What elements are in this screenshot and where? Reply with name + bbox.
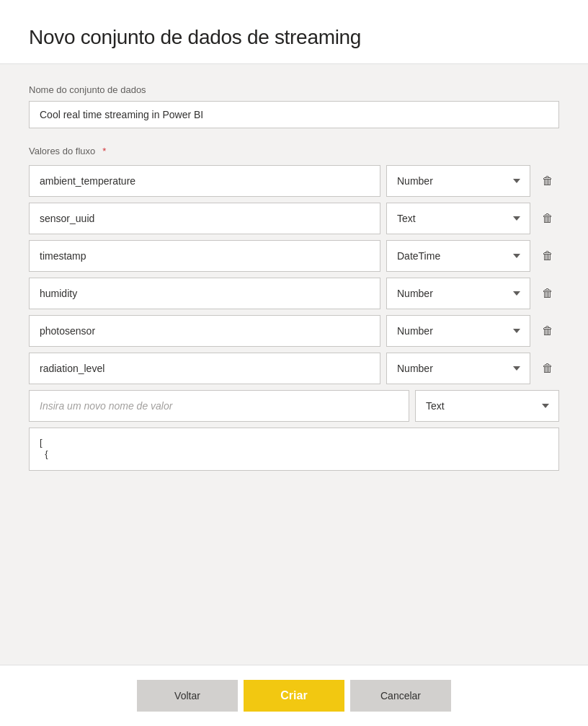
row-item-2: Number Text DateTime Boolean 🗑 (29, 203, 559, 234)
new-row-name-input[interactable] (29, 390, 409, 422)
row-name-input-2[interactable] (29, 203, 380, 234)
flow-values-label: Valores do fluxo * (29, 146, 559, 156)
type-select-wrapper-2: Number Text DateTime Boolean (386, 203, 530, 234)
delete-row-4-button[interactable]: 🗑 (536, 282, 559, 305)
row-name-input-6[interactable] (29, 353, 380, 384)
delete-row-3-button[interactable]: 🗑 (536, 244, 559, 267)
delete-row-1-button[interactable]: 🗑 (536, 169, 559, 192)
type-select-1[interactable]: Number Text DateTime Boolean (386, 165, 530, 197)
dialog-body: Nome do conjunto de dados Valores do flu… (0, 64, 588, 665)
type-select-wrapper-4: Number Text DateTime Boolean (386, 278, 530, 309)
row-item-5: Number Text DateTime Boolean 🗑 (29, 315, 559, 347)
dialog-container: Novo conjunto de dados de streaming Nome… (0, 0, 588, 726)
row-name-input-5[interactable] (29, 315, 380, 347)
row-item-4: Number Text DateTime Boolean 🗑 (29, 278, 559, 309)
row-item-3: Number Text DateTime Boolean 🗑 (29, 240, 559, 272)
json-preview: [ { (29, 428, 559, 471)
new-type-select-wrapper: Number Text DateTime Boolean (415, 390, 559, 422)
delete-row-2-button[interactable]: 🗑 (536, 207, 559, 230)
trash-icon: 🗑 (542, 212, 553, 225)
type-select-5[interactable]: Number Text DateTime Boolean (386, 315, 530, 347)
type-select-3[interactable]: Number Text DateTime Boolean (386, 240, 530, 272)
back-button[interactable]: Voltar (137, 680, 238, 712)
dialog-title: Novo conjunto de dados de streaming (29, 26, 559, 49)
delete-row-6-button[interactable]: 🗑 (536, 357, 559, 380)
cancel-button[interactable]: Cancelar (350, 680, 451, 712)
trash-icon: 🗑 (542, 249, 553, 262)
type-select-2[interactable]: Number Text DateTime Boolean (386, 203, 530, 234)
required-indicator: * (102, 146, 106, 156)
name-label: Nome do conjunto de dados (29, 84, 559, 95)
row-item-1: Number Text DateTime Boolean 🗑 (29, 165, 559, 197)
row-name-input-4[interactable] (29, 278, 380, 309)
type-select-wrapper-1: Number Text DateTime Boolean (386, 165, 530, 197)
row-name-input-1[interactable] (29, 165, 380, 197)
trash-icon: 🗑 (542, 324, 553, 337)
new-row-item: Number Text DateTime Boolean (29, 390, 559, 422)
dialog-footer: Voltar Criar Cancelar (0, 665, 588, 726)
row-item-6: Number Text DateTime Boolean 🗑 (29, 353, 559, 384)
trash-icon: 🗑 (542, 362, 553, 375)
row-name-input-3[interactable] (29, 240, 380, 272)
trash-icon: 🗑 (542, 174, 553, 187)
type-select-6[interactable]: Number Text DateTime Boolean (386, 353, 530, 384)
type-select-4[interactable]: Number Text DateTime Boolean (386, 278, 530, 309)
type-select-wrapper-3: Number Text DateTime Boolean (386, 240, 530, 272)
dataset-name-input[interactable] (29, 101, 559, 128)
new-type-select[interactable]: Number Text DateTime Boolean (415, 390, 559, 422)
type-select-wrapper-6: Number Text DateTime Boolean (386, 353, 530, 384)
json-preview-text: [ { (40, 437, 48, 459)
create-button[interactable]: Criar (244, 680, 344, 712)
delete-row-5-button[interactable]: 🗑 (536, 319, 559, 342)
dialog-header: Novo conjunto de dados de streaming (0, 0, 588, 64)
type-select-wrapper-5: Number Text DateTime Boolean (386, 315, 530, 347)
trash-icon: 🗑 (542, 287, 553, 300)
